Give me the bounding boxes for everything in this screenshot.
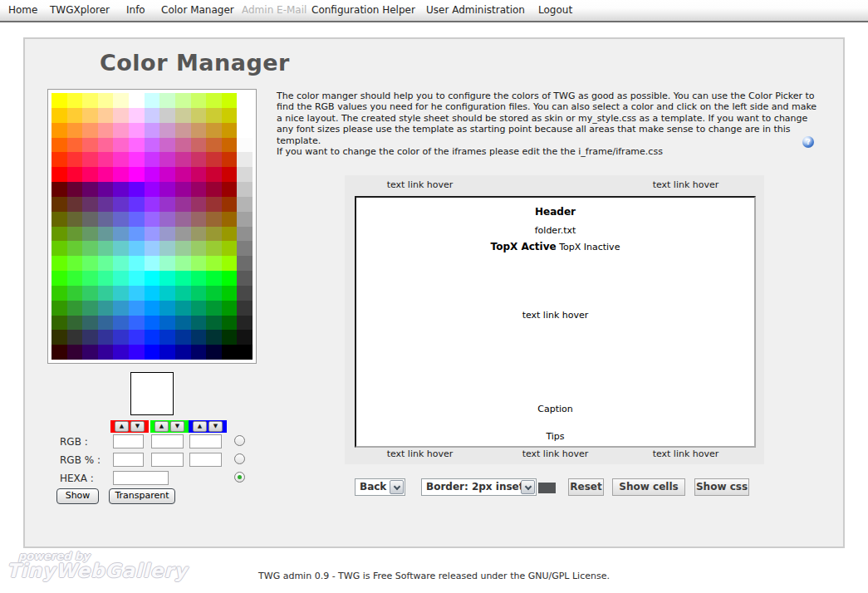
- palette-cell[interactable]: [129, 256, 145, 271]
- palette-cell[interactable]: [67, 167, 83, 182]
- palette-cell[interactable]: [145, 227, 160, 242]
- palette-cell[interactable]: [51, 286, 67, 301]
- palette-cell[interactable]: [237, 108, 253, 123]
- palette-cell[interactable]: [206, 330, 222, 345]
- palette-cell[interactable]: [206, 256, 222, 271]
- palette-cell[interactable]: [113, 345, 129, 360]
- palette-cell[interactable]: [51, 182, 67, 197]
- palette-cell[interactable]: [82, 152, 98, 167]
- palette-cell[interactable]: [191, 345, 207, 360]
- preview-bottom-link-3[interactable]: text link hover: [634, 448, 738, 459]
- nav-item-twgxplorer[interactable]: TWGXplorer: [50, 0, 110, 21]
- palette-cell[interactable]: [113, 227, 129, 242]
- palette-cell[interactable]: [129, 108, 145, 123]
- palette-cell[interactable]: [113, 167, 129, 182]
- palette-cell[interactable]: [175, 182, 191, 197]
- palette-cell[interactable]: [67, 241, 83, 256]
- palette-cell[interactable]: [191, 93, 207, 108]
- palette-cell[interactable]: [113, 286, 129, 301]
- palette-cell[interactable]: [51, 123, 67, 138]
- palette-cell[interactable]: [145, 167, 160, 182]
- palette-cell[interactable]: [191, 256, 207, 271]
- palette-cell[interactable]: [51, 167, 67, 182]
- palette-cell[interactable]: [51, 256, 67, 271]
- palette-cell[interactable]: [222, 93, 238, 108]
- palette-cell[interactable]: [175, 197, 191, 212]
- palette-cell[interactable]: [51, 345, 67, 360]
- palette-cell[interactable]: [222, 212, 238, 227]
- palette-cell[interactable]: [159, 227, 175, 242]
- palette-cell[interactable]: [175, 227, 191, 242]
- palette-cell[interactable]: [82, 330, 98, 345]
- palette-cell[interactable]: [175, 271, 191, 286]
- preview-folder[interactable]: folder.txt: [356, 225, 754, 236]
- palette-cell[interactable]: [129, 138, 145, 153]
- palette-cell[interactable]: [98, 330, 114, 345]
- preview-bottom-link-2[interactable]: text link hover: [503, 448, 607, 459]
- palette-cell[interactable]: [129, 271, 145, 286]
- palette-cell[interactable]: [98, 227, 114, 242]
- palette-cell[interactable]: [67, 138, 83, 153]
- palette-cell[interactable]: [67, 256, 83, 271]
- palette-cell[interactable]: [206, 212, 222, 227]
- palette-cell[interactable]: [206, 123, 222, 138]
- palette-cell[interactable]: [129, 152, 145, 167]
- palette-cell[interactable]: [129, 345, 145, 360]
- help-icon[interactable]: ?: [802, 136, 814, 148]
- palette-cell[interactable]: [67, 123, 83, 138]
- palette-cell[interactable]: [145, 330, 160, 345]
- palette-cell[interactable]: [159, 212, 175, 227]
- palette-cell[interactable]: [159, 197, 175, 212]
- palette-cell[interactable]: [98, 256, 114, 271]
- palette-cell[interactable]: [51, 227, 67, 242]
- palette-cell[interactable]: [206, 286, 222, 301]
- palette-cell[interactable]: [159, 167, 175, 182]
- palette-cell[interactable]: [129, 241, 145, 256]
- palette-cell[interactable]: [113, 138, 129, 153]
- palette-cell[interactable]: [159, 345, 175, 360]
- palette-cell[interactable]: [98, 286, 114, 301]
- palette-cell[interactable]: [51, 152, 67, 167]
- palette-cell[interactable]: [222, 271, 238, 286]
- palette-cell[interactable]: [67, 197, 83, 212]
- palette-cell[interactable]: [98, 123, 114, 138]
- palette-cell[interactable]: [67, 316, 83, 331]
- reset-button[interactable]: Reset: [568, 478, 604, 496]
- nav-item-logout[interactable]: Logout: [538, 0, 572, 21]
- palette-cell[interactable]: [113, 93, 129, 108]
- palette-cell[interactable]: [159, 138, 175, 153]
- palette-cell[interactable]: [67, 271, 83, 286]
- palette-cell[interactable]: [113, 108, 129, 123]
- palette-cell[interactable]: [175, 108, 191, 123]
- palette-cell[interactable]: [237, 123, 253, 138]
- palette-cell[interactable]: [145, 93, 160, 108]
- rgb-mode-radio[interactable]: [234, 435, 245, 446]
- palette-cell[interactable]: [113, 241, 129, 256]
- palette-cell[interactable]: [206, 197, 222, 212]
- palette-cell[interactable]: [206, 345, 222, 360]
- palette-cell[interactable]: [82, 138, 98, 153]
- palette-cell[interactable]: [145, 286, 160, 301]
- hexa-mode-radio[interactable]: [234, 472, 245, 483]
- palette-cell[interactable]: [129, 316, 145, 331]
- nav-item-configuration-helper[interactable]: Configuration Helper: [311, 0, 415, 21]
- palette-cell[interactable]: [206, 227, 222, 242]
- palette-cell[interactable]: [206, 108, 222, 123]
- palette-cell[interactable]: [145, 108, 160, 123]
- palette-cell[interactable]: [222, 256, 238, 271]
- palette-cell[interactable]: [51, 197, 67, 212]
- palette-cell[interactable]: [51, 138, 67, 153]
- palette-cell[interactable]: [98, 345, 114, 360]
- palette-cell[interactable]: [51, 108, 67, 123]
- palette-cell[interactable]: [237, 271, 253, 286]
- palette-cell[interactable]: [206, 301, 222, 316]
- palette-cell[interactable]: [98, 241, 114, 256]
- preview-caption[interactable]: Caption: [356, 404, 754, 414]
- palette-cell[interactable]: [98, 316, 114, 331]
- palette-cell[interactable]: [222, 108, 238, 123]
- palette-cell[interactable]: [129, 212, 145, 227]
- green-up-button[interactable]: ▲: [154, 421, 169, 432]
- palette-cell[interactable]: [222, 316, 238, 331]
- palette-cell[interactable]: [175, 138, 191, 153]
- palette-cell[interactable]: [82, 256, 98, 271]
